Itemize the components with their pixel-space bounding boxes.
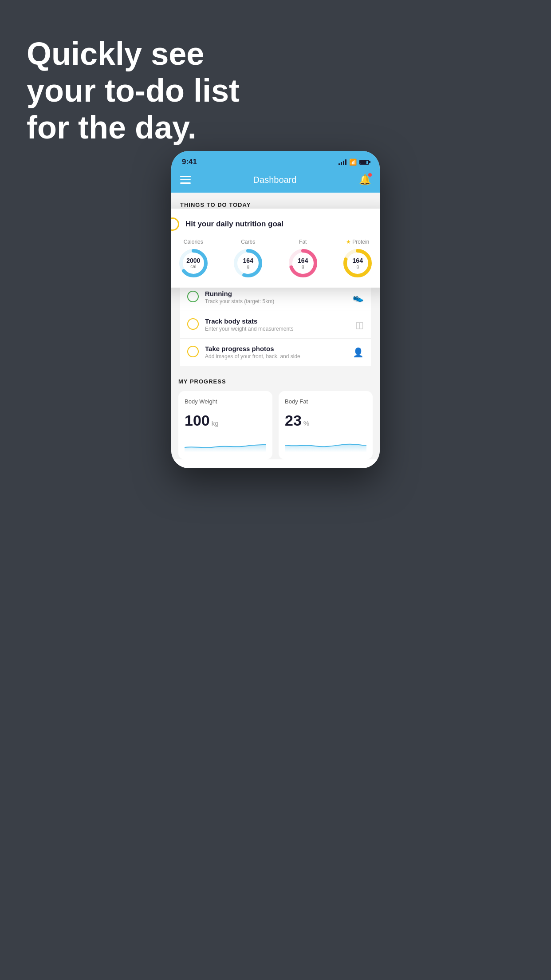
- carbs-value: 164: [243, 257, 253, 264]
- protein-value: 164: [353, 257, 363, 264]
- body-weight-label: Body Weight: [185, 398, 266, 405]
- body-weight-value: 100: [185, 412, 210, 429]
- nav-bar: Dashboard 🔔: [171, 170, 380, 193]
- wifi-icon: 📶: [349, 158, 357, 166]
- todo-body-stats-title: Track body stats: [205, 317, 349, 325]
- todo-body-stats-text: Track body stats Enter your weight and m…: [205, 317, 349, 332]
- progress-cards: Body Weight 100 kg: [178, 391, 373, 459]
- todo-circle-running: [187, 291, 199, 302]
- calories-label: Calories: [184, 239, 203, 245]
- shoe-icon: 👟: [353, 292, 364, 303]
- body-weight-unit: kg: [212, 419, 219, 427]
- nutrition-card: Hit your daily nutrition goal Calories: [171, 209, 380, 288]
- todo-running-subtitle: Track your stats (target: 5km): [205, 298, 346, 304]
- fat-label: Fat: [299, 239, 307, 245]
- body-weight-chart: [185, 436, 266, 452]
- fat-donut: 164 g: [287, 248, 319, 279]
- scale-icon: ◫: [355, 320, 364, 330]
- todo-list: Running Track your stats (target: 5km) 👟…: [180, 284, 371, 366]
- todo-running[interactable]: Running Track your stats (target: 5km) 👟: [180, 284, 371, 311]
- signal-icon: [338, 159, 346, 165]
- body-fat-value-row: 23 %: [285, 412, 366, 429]
- body-weight-value-row: 100 kg: [185, 412, 266, 429]
- body-fat-card[interactable]: Body Fat 23 %: [279, 391, 373, 459]
- todo-running-text: Running Track your stats (target: 5km): [205, 290, 346, 304]
- menu-button[interactable]: [180, 176, 191, 184]
- body-weight-card[interactable]: Body Weight 100 kg: [178, 391, 272, 459]
- todo-progress-photos[interactable]: Take progress photos Add images of your …: [180, 339, 371, 366]
- nav-title: Dashboard: [253, 175, 297, 185]
- progress-section: MY PROGRESS Body Weight 100 kg: [171, 366, 380, 459]
- carbs-donut: 164 g: [232, 248, 264, 279]
- todo-photos-title: Take progress photos: [205, 345, 346, 352]
- nutrition-protein: ★ Protein 164 g: [342, 239, 373, 279]
- protein-donut: 164 g: [342, 248, 373, 279]
- todo-check-circle[interactable]: [171, 217, 179, 231]
- todo-circle-body-stats: [187, 318, 199, 330]
- calories-donut: 2000 cal: [178, 248, 209, 279]
- todo-body-stats[interactable]: Track body stats Enter your weight and m…: [180, 311, 371, 339]
- todo-running-title: Running: [205, 290, 346, 297]
- nutrition-carbs: Carbs 164 g: [232, 239, 264, 279]
- status-icons: 📶: [338, 158, 369, 166]
- nutrition-card-title: Hit your daily nutrition goal: [185, 220, 283, 229]
- status-time: 9:41: [182, 158, 197, 166]
- notification-button[interactable]: 🔔: [359, 174, 371, 186]
- nutrition-fat: Fat 164 g: [287, 239, 319, 279]
- person-icon: 👤: [353, 347, 364, 358]
- things-to-do-title: THINGS TO DO TODAY: [180, 202, 371, 208]
- todo-photos-text: Take progress photos Add images of your …: [205, 345, 346, 360]
- todo-circle-photos: [187, 346, 199, 357]
- my-progress-title: MY PROGRESS: [178, 378, 373, 385]
- calories-value: 2000: [186, 257, 200, 264]
- phone-mockup: 9:41 📶 Dashboard 🔔 T: [171, 151, 380, 468]
- battery-icon: [359, 160, 369, 165]
- body-fat-chart: [285, 436, 366, 452]
- body-fat-value: 23: [285, 412, 302, 429]
- protein-label: ★ Protein: [346, 239, 369, 245]
- carbs-label: Carbs: [241, 239, 255, 245]
- nutrition-calories: Calories 2000 cal: [178, 239, 209, 279]
- todo-photos-subtitle: Add images of your front, back, and side: [205, 353, 346, 360]
- body-fat-label: Body Fat: [285, 398, 366, 405]
- bottom-padding: [171, 459, 380, 468]
- fat-value: 164: [298, 257, 308, 264]
- nutrition-row: Calories 2000 cal: [171, 239, 380, 279]
- notification-dot: [368, 173, 372, 177]
- todo-body-stats-subtitle: Enter your weight and measurements: [205, 326, 349, 332]
- star-icon: ★: [346, 239, 351, 245]
- body-fat-unit: %: [303, 419, 309, 427]
- hero-text: Quickly see your to-do list for the day.: [27, 36, 240, 146]
- status-bar: 9:41 📶: [171, 151, 380, 170]
- content-area: THINGS TO DO TODAY Hit your daily nutrit…: [171, 193, 380, 366]
